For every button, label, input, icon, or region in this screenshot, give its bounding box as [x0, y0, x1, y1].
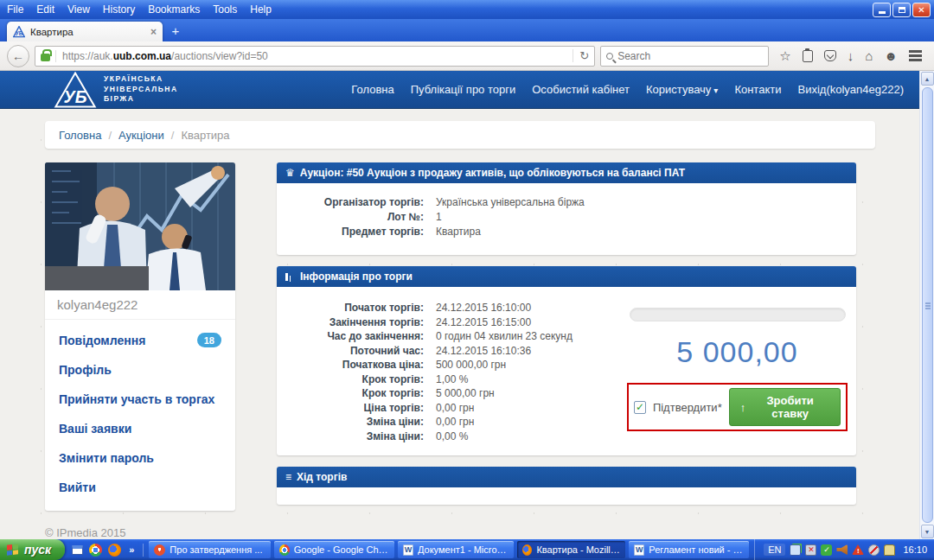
menu-help[interactable]: Help	[250, 3, 272, 16]
sidebar-item-messages[interactable]: Повідомлення 18	[45, 325, 235, 355]
nav-publications[interactable]: Публікації про торги	[411, 83, 515, 96]
word-icon: W	[403, 544, 413, 556]
minimize-button[interactable]	[873, 3, 891, 17]
nav-cabinet[interactable]: Особистий кабінет	[532, 83, 630, 96]
sidebar-item-logout[interactable]: Вийти	[45, 473, 235, 502]
browser-window: File Edit View History Bookmarks Tools H…	[0, 0, 934, 560]
hamburger-menu-icon[interactable]	[909, 50, 922, 52]
chrome-icon[interactable]	[89, 544, 102, 557]
menu-file[interactable]: File	[7, 3, 23, 16]
start-button[interactable]: пуск	[0, 539, 65, 560]
menu-history[interactable]: History	[103, 3, 135, 16]
document-app-icon	[154, 544, 165, 556]
confirm-checkbox[interactable]: ✓	[634, 401, 646, 414]
scroll-up-button[interactable]: ▲	[921, 72, 934, 86]
sidebar-item-applications[interactable]: Ваші заявки	[45, 414, 235, 443]
breadcrumb-auctions[interactable]: Аукціони	[118, 129, 164, 142]
svg-text:УБ: УБ	[16, 30, 23, 36]
arrow-down-icon: ▼	[924, 529, 931, 535]
scroll-down-button[interactable]: ▼	[921, 525, 934, 538]
tab-strip: УБ Квартира × +	[0, 19, 934, 41]
close-button[interactable]: ✕	[912, 3, 931, 17]
breadcrumb: Головна / Аукціони / Квартира	[45, 121, 875, 149]
svg-text:УБ: УБ	[64, 86, 87, 105]
back-icon: ←	[12, 49, 24, 63]
task-firefox-kvartyra[interactable]: Квартира - Mozilla Fi...	[517, 541, 625, 558]
info-row: Поточний час:24.12.2015 16:10:36	[285, 344, 627, 359]
url-text[interactable]: https://auk.uub.com.ua/auctions/view?id=…	[55, 50, 567, 62]
scrollbar-thumb[interactable]	[922, 87, 933, 523]
close-icon: ✕	[918, 5, 924, 15]
home-icon[interactable]: ⌂	[865, 48, 873, 63]
volume-icon[interactable]	[836, 544, 848, 556]
nav-home[interactable]: Головна	[351, 83, 393, 96]
menu-bar: File Edit View History Bookmarks Tools H…	[7, 3, 873, 16]
traders-photo	[45, 162, 235, 290]
nav-user-dropdown[interactable]: Користувачу▾	[646, 83, 718, 96]
url-bar[interactable]: https://auk.uub.com.ua/auctions/view?id=…	[35, 46, 595, 67]
back-button[interactable]: ←	[7, 45, 29, 67]
task-document-approval[interactable]: Про затвердження ...	[149, 541, 271, 558]
list-icon: ≡	[285, 471, 291, 483]
quick-launch: »	[65, 544, 144, 557]
language-indicator[interactable]: EN	[764, 544, 785, 556]
tab-close-icon[interactable]: ×	[150, 26, 157, 38]
hello-chat-icon[interactable]: ☻	[884, 48, 898, 63]
bid-amount: 5 000,00	[676, 335, 797, 369]
chrome-icon	[279, 544, 290, 556]
search-input[interactable]: Search	[600, 46, 769, 67]
network-disconnected-icon[interactable]: ✕	[805, 544, 816, 556]
blocked-service-icon[interactable]	[868, 544, 880, 556]
sidebar-username: kolyan4eg222	[45, 290, 235, 320]
pointer-device-icon[interactable]	[884, 544, 895, 556]
antivirus-ok-icon[interactable]: ✓	[821, 544, 832, 556]
site-logo[interactable]: УБ УКРАЇНСЬКА УНІВЕРСАЛЬНА БІРЖА	[54, 72, 178, 108]
site-navbar: УБ УКРАЇНСЬКА УНІВЕРСАЛЬНА БІРЖА Головна…	[0, 71, 919, 109]
breadcrumb-home[interactable]: Головна	[59, 129, 101, 142]
bookmark-star-icon[interactable]: ☆	[779, 48, 790, 64]
info-row: Ціна торгів:0,00 грн	[285, 401, 627, 416]
site-nav-links: Головна Публікації про торги Особистий к…	[351, 83, 904, 96]
tab-kvartyra[interactable]: УБ Квартира ×	[7, 22, 163, 41]
nav-logout[interactable]: Вихід(kolyan4eg222)	[797, 83, 904, 96]
sidebar-item-profile[interactable]: Профіль	[45, 355, 235, 385]
warning-icon[interactable]: !	[852, 544, 864, 555]
new-tab-button[interactable]: +	[163, 23, 189, 41]
pocket-icon[interactable]	[824, 50, 836, 61]
site-favicon: УБ	[13, 26, 25, 38]
bookmarks-menu-icon[interactable]	[803, 50, 813, 62]
menu-tools[interactable]: Tools	[213, 3, 237, 16]
menu-edit[interactable]: Edit	[36, 3, 54, 16]
quick-launch-overflow-icon[interactable]: »	[127, 544, 136, 555]
make-bid-button[interactable]: ↑ Зробити ставку	[729, 388, 841, 426]
restore-button[interactable]	[892, 3, 911, 17]
progress-bar	[630, 308, 846, 321]
info-row: Зміна ціни:0,00 %	[285, 430, 627, 444]
task-word-document1[interactable]: W Документ1 - Microso...	[398, 541, 514, 558]
breadcrumb-current: Квартира	[181, 129, 229, 142]
sidebar-item-participate[interactable]: Прийняти участь в торгах	[45, 385, 235, 414]
taskbar: пуск » Про затвердження ... Google - Goo…	[0, 539, 934, 560]
firefox-icon[interactable]	[108, 544, 121, 557]
taskbar-clock[interactable]: 16:10	[903, 544, 927, 555]
show-desktop-icon[interactable]	[72, 545, 83, 555]
task-word-reglament[interactable]: W Регламент новий - М...	[629, 541, 749, 558]
sidebar-item-change-password[interactable]: Змінити пароль	[45, 443, 235, 473]
check-icon: ✓	[636, 401, 644, 413]
downloads-icon[interactable]: ↓	[848, 48, 854, 63]
chevron-down-icon: ▾	[713, 86, 718, 95]
wireless-network-icon[interactable]	[790, 544, 801, 556]
info-row: Крок торгів:1,00 %	[285, 372, 627, 387]
reload-icon[interactable]: ↻	[573, 49, 589, 62]
search-placeholder: Search	[617, 50, 650, 62]
task-google-chrome[interactable]: Google - Google Chrome	[274, 541, 394, 558]
messages-count-badge: 18	[197, 333, 221, 347]
search-icon	[606, 53, 613, 60]
vertical-scrollbar[interactable]: ▲ ▼	[919, 71, 934, 539]
nav-contacts[interactable]: Контакти	[734, 83, 781, 96]
menu-bookmarks[interactable]: Bookmarks	[148, 3, 200, 16]
auction-panel-header: ♛ Аукціон: #50 Аукціон з продажу активів…	[277, 162, 856, 183]
menu-view[interactable]: View	[67, 3, 90, 16]
info-row: Зміна ціни:0,00 грн	[285, 415, 627, 430]
tab-title: Квартира	[30, 27, 145, 37]
